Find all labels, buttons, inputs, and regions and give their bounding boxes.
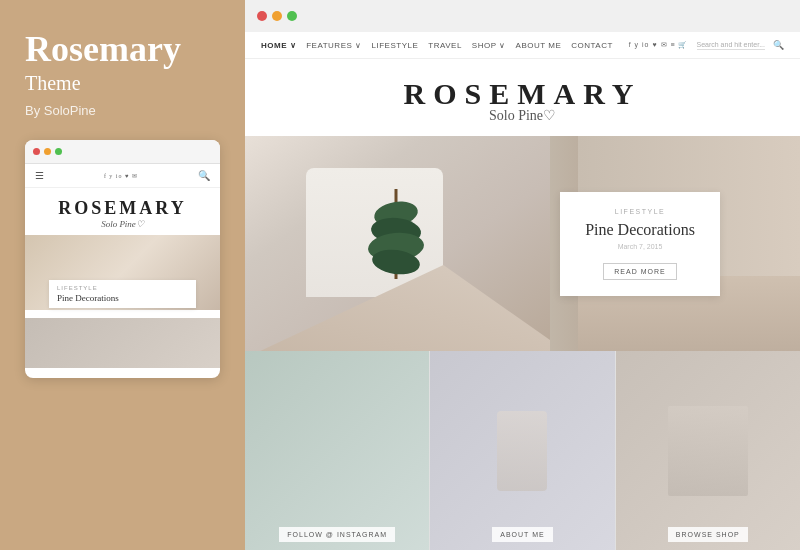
hero-card-date: March 7, 2015 — [580, 243, 700, 250]
browser-dot-yellow — [272, 11, 282, 21]
site-logo-cursive: Solo Pine♡ — [245, 107, 800, 124]
nav-right: f y io ♥ ✉ ≡ 🛒 Search and hit enter... 🔍 — [629, 40, 784, 50]
hero-card-category: LIFESTYLE — [580, 208, 700, 215]
theme-title: Rosemary Theme — [25, 30, 181, 95]
left-panel: Rosemary Theme By SoloPine ☰ f y io ♥ ✉ … — [0, 0, 245, 550]
site-logo: ROSEMARY — [245, 77, 800, 111]
mobile-bottom-image — [25, 318, 220, 368]
mobile-search-icon: 🔍 — [198, 170, 210, 181]
read-more-button[interactable]: READ MORE — [603, 263, 676, 280]
mobile-dots — [33, 148, 62, 155]
browser-chrome — [245, 0, 800, 32]
nav-item-contact[interactable]: CONTACT — [571, 41, 613, 50]
mobile-logo-area: ROSEMARY Solo Pine♡ — [25, 188, 220, 235]
nav-item-features[interactable]: FEATURES ∨ — [306, 41, 361, 50]
hero-card-title: Pine Decorations — [580, 221, 700, 239]
browser-dot-red — [257, 11, 267, 21]
instagram-cell: FOLLOW @ INSTAGRAM — [245, 351, 430, 550]
mobile-dot-green — [55, 148, 62, 155]
shop-label-area: BROWSE SHOP — [616, 515, 800, 550]
nav-item-aboutme[interactable]: ABOUT ME — [516, 41, 562, 50]
instagram-label-area: FOLLOW @ INSTAGRAM — [245, 515, 429, 550]
right-panel: HOME ∨ FEATURES ∨ LIFESTYLE TRAVEL SHOP … — [245, 0, 800, 550]
nav-item-lifestyle[interactable]: LIFESTYLE — [372, 41, 419, 50]
mobile-dot-red — [33, 148, 40, 155]
mobile-nav: ☰ f y io ♥ ✉ 🔍 — [25, 164, 220, 188]
website-frame: HOME ∨ FEATURES ∨ LIFESTYLE TRAVEL SHOP … — [245, 32, 800, 550]
shop-cell: BROWSE SHOP — [616, 351, 800, 550]
mobile-card-title: Pine Decorations — [57, 293, 188, 303]
hero-card: LIFESTYLE Pine Decorations March 7, 2015… — [560, 192, 720, 296]
hamburger-icon: ☰ — [35, 170, 44, 181]
mobile-browser-bar — [25, 140, 220, 164]
mobile-blog-card: LIFESTYLE Pine Decorations — [49, 280, 196, 308]
mobile-blog-image: LIFESTYLE Pine Decorations — [25, 235, 220, 310]
nav-left: HOME ∨ FEATURES ∨ LIFESTYLE TRAVEL SHOP … — [261, 41, 613, 50]
mobile-logo-text: ROSEMARY — [25, 198, 220, 219]
theme-by: By SoloPine — [25, 103, 96, 118]
mobile-card-category: LIFESTYLE — [57, 285, 188, 291]
site-nav: HOME ∨ FEATURES ∨ LIFESTYLE TRAVEL SHOP … — [245, 32, 800, 59]
browser-dot-green — [287, 11, 297, 21]
mobile-social-icons: f y io ♥ ✉ — [104, 172, 138, 179]
nav-item-shop[interactable]: SHOP ∨ — [472, 41, 506, 50]
mobile-dot-yellow — [44, 148, 51, 155]
search-input[interactable]: Search and hit enter... — [697, 41, 766, 50]
shop-button[interactable]: BROWSE SHOP — [668, 527, 748, 542]
site-logo-area: ROSEMARY Solo Pine♡ — [245, 59, 800, 136]
nav-item-travel[interactable]: TRAVEL — [428, 41, 462, 50]
aboutme-label-area: ABOUT ME — [430, 515, 614, 550]
search-icon[interactable]: 🔍 — [773, 40, 784, 50]
hero-area: LIFESTYLE Pine Decorations March 7, 2015… — [245, 136, 800, 351]
instagram-button[interactable]: FOLLOW @ INSTAGRAM — [279, 527, 395, 542]
bottom-row: FOLLOW @ INSTAGRAM ABOUT ME BROWS — [245, 351, 800, 550]
nav-item-home[interactable]: HOME ∨ — [261, 41, 296, 50]
pine-branch — [356, 179, 436, 289]
browser-dots — [257, 11, 297, 21]
hero-bg: LIFESTYLE Pine Decorations March 7, 2015… — [245, 136, 800, 351]
mobile-logo-cursive: Solo Pine♡ — [25, 219, 220, 229]
aboutme-button[interactable]: ABOUT ME — [492, 527, 552, 542]
mobile-preview: ☰ f y io ♥ ✉ 🔍 ROSEMARY Solo Pine♡ LIFES… — [25, 140, 220, 378]
aboutme-cell: ABOUT ME — [430, 351, 615, 550]
nav-social-icons: f y io ♥ ✉ ≡ 🛒 — [629, 41, 689, 49]
